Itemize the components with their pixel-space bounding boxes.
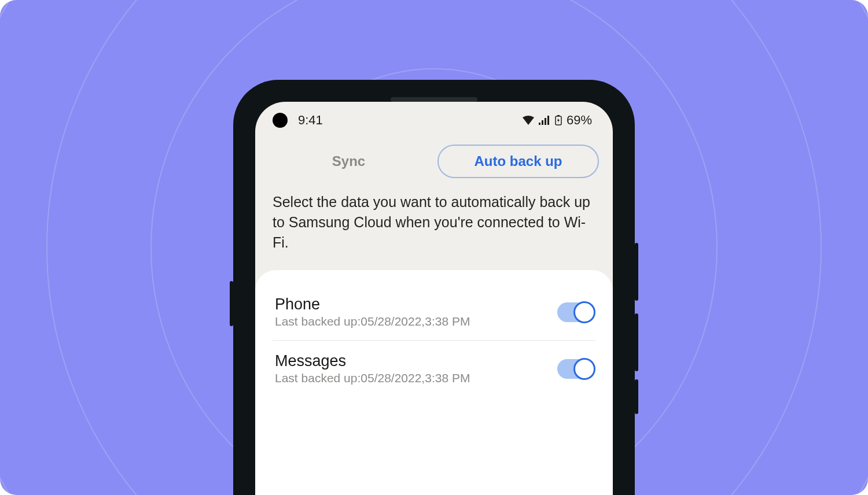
svg-rect-3 [547,116,549,125]
svg-rect-0 [539,123,540,125]
toggle-knob [573,301,595,323]
phone-screen: 9:41 69% Sync Auto back up Select the da… [255,102,613,495]
status-icons: 69% [523,113,592,128]
phone-frame: 9:41 69% Sync Auto back up Select the da… [233,80,635,495]
item-title: Messages [275,352,470,370]
front-camera [273,113,288,128]
svg-rect-1 [542,120,543,125]
toggle-knob [573,358,595,380]
tab-auto-backup[interactable]: Auto back up [437,145,599,178]
item-title: Phone [275,295,470,313]
phone-bezel: 9:41 69% Sync Auto back up Select the da… [239,86,629,495]
side-button [635,313,638,371]
wifi-icon [523,116,534,125]
svg-rect-2 [545,118,546,125]
tab-bar: Sync Auto back up [255,139,613,187]
section-description: Select the data you want to automaticall… [255,187,613,270]
svg-rect-5 [557,115,560,116]
status-bar: 9:41 69% [255,102,613,139]
side-button [230,281,233,326]
item-subtitle: Last backed up:05/28/2022,3:38 PM [275,371,470,385]
promo-background: 9:41 69% Sync Auto back up Select the da… [0,0,868,495]
battery-icon [555,115,562,125]
item-subtitle: Last backed up:05/28/2022,3:38 PM [275,315,470,328]
side-button [635,243,638,301]
speaker-grille [391,97,477,102]
tab-sync[interactable]: Sync [269,145,428,178]
list-item[interactable]: Messages Last backed up:05/28/2022,3:38 … [273,340,595,397]
signal-icon [539,116,550,125]
battery-percent: 69% [567,113,592,128]
backup-list: Phone Last backed up:05/28/2022,3:38 PM … [255,270,613,495]
toggle-messages[interactable] [557,359,593,379]
toggle-phone[interactable] [557,302,593,322]
list-item[interactable]: Phone Last backed up:05/28/2022,3:38 PM [273,284,595,340]
side-button [635,379,638,414]
status-time: 9:41 [298,113,323,128]
